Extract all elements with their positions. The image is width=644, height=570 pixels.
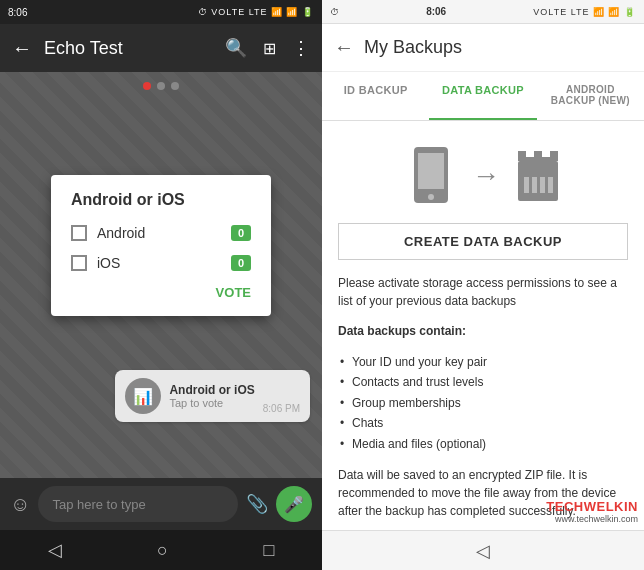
tab-data-backup[interactable]: DATA BACKUP xyxy=(429,72,536,120)
backup-item-1: Your ID und your key pair xyxy=(338,352,628,372)
backup-item-4: Chats xyxy=(338,413,628,433)
left-time: 8:06 xyxy=(8,7,27,18)
android-label: Android xyxy=(97,225,221,241)
chat-background: Android or iOS Android 0 iOS 0 VOTE 📊 An… xyxy=(0,72,322,478)
ios-count: 0 xyxy=(231,255,251,271)
right-top-bar: ← My Backups xyxy=(322,24,644,72)
zip-explanation-text: Data will be saved to an encrypted ZIP f… xyxy=(338,466,628,520)
left-top-bar: ← Echo Test 🔍 ⊞ ⋮ xyxy=(0,24,322,72)
svg-point-2 xyxy=(428,194,434,200)
right-time: 8:06 xyxy=(426,6,446,17)
chat-messages: 📊 Android or iOS Tap to vote 8:06 PM xyxy=(12,370,310,422)
chat-dots xyxy=(143,82,179,90)
right-status-bar: ⏱ 8:06 VOLTE LTE 📶 📶 🔋 xyxy=(322,0,644,24)
mic-icon[interactable]: 🎤 xyxy=(276,486,312,522)
bubble-content: Android or iOS Tap to vote xyxy=(169,383,254,409)
tabs-bar: ID BACKUP DATA BACKUP ANDROID BACKUP (NE… xyxy=(322,72,644,121)
left-chat-title: Echo Test xyxy=(44,38,213,59)
poll-dialog: Android or iOS Android 0 iOS 0 VOTE xyxy=(51,175,271,316)
right-screen-title: My Backups xyxy=(364,37,632,58)
svg-rect-6 xyxy=(532,177,537,193)
bubble-time: 8:06 PM xyxy=(263,403,300,414)
backup-item-3: Group memberships xyxy=(338,393,628,413)
svg-marker-4 xyxy=(518,151,558,161)
left-status-icons: ⏱ VOLTE LTE 📶 📶 🔋 xyxy=(198,7,314,17)
svg-rect-5 xyxy=(524,177,529,193)
left-status-right: ⏱ VOLTE LTE 📶 📶 🔋 xyxy=(198,7,314,17)
left-recent-nav[interactable]: □ xyxy=(263,540,274,561)
right-back-nav[interactable]: ◁ xyxy=(476,540,490,562)
input-placeholder: Tap here to type xyxy=(52,497,145,512)
svg-rect-7 xyxy=(540,177,545,193)
permission-text: Please activate storage access permissio… xyxy=(338,274,628,310)
poll-option-ios: iOS 0 xyxy=(71,255,251,271)
left-bottom-nav: ◁ ○ □ xyxy=(0,530,322,570)
more-icon[interactable]: ⋮ xyxy=(292,37,310,59)
left-back-nav[interactable]: ◁ xyxy=(48,539,62,561)
backup-contains-title: Data backups contain: xyxy=(338,322,628,340)
right-back-icon[interactable]: ← xyxy=(334,36,354,59)
backup-icon-area: → xyxy=(338,145,628,207)
right-status-icons: VOLTE LTE 📶 📶 🔋 xyxy=(533,7,636,17)
svg-rect-1 xyxy=(418,153,444,189)
tab-id-backup[interactable]: ID BACKUP xyxy=(322,72,429,120)
ios-checkbox[interactable] xyxy=(71,255,87,271)
message-bubble: 📊 Android or iOS Tap to vote 8:06 PM xyxy=(115,370,310,422)
create-data-backup-button[interactable]: CREATE DATA BACKUP xyxy=(338,223,628,260)
search-icon[interactable]: 🔍 xyxy=(225,37,247,59)
left-status-left: 8:06 xyxy=(8,7,27,18)
left-input-bar: ☺ Tap here to type 📎 🎤 xyxy=(0,478,322,530)
right-bottom-nav: ◁ xyxy=(322,530,644,570)
attach-icon[interactable]: 📎 xyxy=(246,493,268,515)
poll-title: Android or iOS xyxy=(71,191,251,209)
vote-button[interactable]: VOTE xyxy=(71,285,251,300)
left-home-nav[interactable]: ○ xyxy=(157,540,168,561)
left-top-icons: 🔍 ⊞ ⋮ xyxy=(225,37,310,59)
phone-icon xyxy=(406,145,456,207)
android-checkbox[interactable] xyxy=(71,225,87,241)
tab-android-backup[interactable]: ANDROID BACKUP (NEW) xyxy=(537,72,644,120)
sd-card-icon xyxy=(516,149,560,203)
right-panel: ⏱ 8:06 VOLTE LTE 📶 📶 🔋 ← My Backups ID B… xyxy=(322,0,644,570)
left-panel: 8:06 ⏱ VOLTE LTE 📶 📶 🔋 ← Echo Test 🔍 ⊞ ⋮… xyxy=(0,0,322,570)
left-back-icon[interactable]: ← xyxy=(12,37,32,60)
ios-label: iOS xyxy=(97,255,221,271)
svg-rect-8 xyxy=(548,177,553,193)
bubble-icon: 📊 xyxy=(125,378,161,414)
bubble-subtitle: Tap to vote xyxy=(169,397,254,409)
backup-item-2: Contacts and trust levels xyxy=(338,372,628,392)
transfer-arrow-icon: → xyxy=(472,160,500,192)
right-status-left: ⏱ xyxy=(330,7,339,17)
emoji-icon[interactable]: ☺ xyxy=(10,493,30,516)
backup-items-list: Your ID und your key pair Contacts and t… xyxy=(338,352,628,454)
android-count: 0 xyxy=(231,225,251,241)
message-input[interactable]: Tap here to type xyxy=(38,486,238,522)
backup-item-5: Media and files (optional) xyxy=(338,434,628,454)
channel-icon[interactable]: ⊞ xyxy=(263,39,276,58)
bubble-title: Android or iOS xyxy=(169,383,254,397)
left-status-bar: 8:06 ⏱ VOLTE LTE 📶 📶 🔋 xyxy=(0,0,322,24)
right-main-content: → CREATE DATA BACKUP Please activate sto… xyxy=(322,121,644,530)
poll-option-android: Android 0 xyxy=(71,225,251,241)
